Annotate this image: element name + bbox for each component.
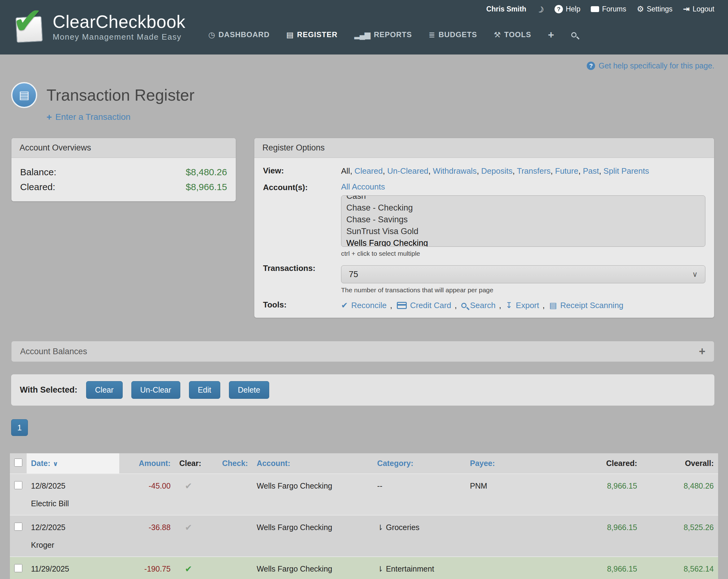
txn-account: Wells Fargo Checking bbox=[252, 515, 373, 540]
dark-mode-toggle[interactable]: ☾ bbox=[537, 4, 544, 14]
view-label: View: bbox=[263, 165, 341, 175]
chevron-down-icon: ∨ bbox=[692, 270, 698, 279]
page-1-button[interactable]: 1 bbox=[11, 419, 28, 436]
transaction-row[interactable]: 11/29/2025 -190.75 ✔ Wells Fargo Checkin… bbox=[10, 557, 718, 579]
bulk-action-button[interactable]: Delete bbox=[229, 381, 269, 399]
txn-category: ⇂-- bbox=[373, 474, 466, 498]
tool-link[interactable]: Receipt Scanning bbox=[549, 301, 623, 310]
clear-check-icon: ✔ bbox=[185, 564, 192, 574]
nav-item-label: TOOLS bbox=[504, 30, 531, 39]
transaction-row[interactable]: 12/2/2025 -36.88 ✔ Wells Fargo Checking … bbox=[10, 515, 718, 540]
account-option[interactable]: Wells Fargo Checking bbox=[346, 237, 700, 247]
nav-item-label: REPORTS bbox=[374, 30, 412, 39]
multi-select-hint: ctrl + click to select multiple bbox=[341, 250, 705, 257]
accounts-label: Account(s): bbox=[263, 182, 341, 192]
row-checkbox[interactable] bbox=[14, 523, 22, 531]
account-balances-bar[interactable]: Account Balances + bbox=[11, 341, 714, 362]
tool-label: Credit Card bbox=[410, 301, 451, 310]
brand-name: ClearCheckbook bbox=[53, 13, 185, 31]
account-option[interactable]: Cash bbox=[346, 195, 700, 202]
sort-amount-header[interactable]: Amount: bbox=[119, 453, 175, 474]
txn-payee: PNM bbox=[466, 474, 568, 498]
help-link[interactable]: ? Help bbox=[554, 5, 580, 13]
transactions-per-page-select[interactable]: 75 ∨ bbox=[341, 265, 705, 283]
transactions-label: Transactions: bbox=[263, 263, 341, 273]
jar-icon: ⇂ bbox=[377, 523, 384, 532]
clear-check-icon: ✔ bbox=[185, 481, 192, 491]
forums-link[interactable]: Forums bbox=[591, 5, 626, 13]
txn-account: Wells Fargo Checking bbox=[252, 557, 373, 579]
view-filter-link[interactable]: Split Parents bbox=[603, 166, 649, 175]
sort-date-header[interactable]: Date:∨ bbox=[27, 453, 119, 474]
view-filter-link[interactable]: Cleared bbox=[355, 166, 387, 175]
view-filter-link[interactable]: All bbox=[341, 166, 355, 175]
view-filter-link[interactable]: Withdrawals bbox=[433, 166, 481, 175]
nav-item-label: REGISTER bbox=[297, 30, 338, 39]
account-option[interactable]: SunTrust Visa Gold bbox=[346, 225, 700, 237]
bulk-action-button[interactable]: Clear bbox=[86, 381, 123, 399]
transaction-row[interactable]: 12/8/2025 -45.00 ✔ Wells Fargo Checking … bbox=[10, 474, 718, 498]
bulk-action-button[interactable]: Edit bbox=[189, 381, 220, 399]
view-filter-link[interactable]: Transfers bbox=[517, 166, 555, 175]
account-option[interactable]: Chase - Checking bbox=[346, 202, 700, 214]
settings-link[interactable]: ⚙ Settings bbox=[636, 4, 672, 14]
logout-link[interactable]: ⇥ Logout bbox=[683, 4, 714, 14]
view-filter-link[interactable]: Deposits bbox=[481, 166, 517, 175]
transactions-hint: The number of transactions that will app… bbox=[341, 286, 705, 294]
utility-nav: Chris Smith ☾ ? Help Forums ⚙ Settings ⇥… bbox=[486, 4, 714, 14]
tool-link[interactable]: Export bbox=[505, 301, 549, 310]
nav-item-label: BUDGETS bbox=[439, 30, 477, 39]
nav-item[interactable]: ⚒ TOOLS bbox=[494, 30, 531, 39]
txn-clear-cell[interactable]: ✔ bbox=[175, 515, 209, 540]
tool-link[interactable]: Search bbox=[461, 301, 505, 310]
txn-account: Wells Fargo Checking bbox=[252, 474, 373, 498]
nav-item[interactable]: ◷ DASHBOARD bbox=[208, 30, 269, 39]
nav-item[interactable]: ≣ BUDGETS bbox=[429, 30, 477, 39]
nav-item[interactable]: ▂▄▆ REPORTS bbox=[355, 30, 412, 39]
txn-clear-cell[interactable]: ✔ bbox=[175, 557, 209, 579]
txn-description: Electric Bill bbox=[27, 498, 718, 515]
view-filter-link[interactable]: Future bbox=[555, 166, 583, 175]
search-button[interactable] bbox=[571, 32, 576, 37]
account-overviews-title: Account Overviews bbox=[11, 138, 236, 158]
enter-transaction-link[interactable]: + Enter a Transaction bbox=[47, 112, 130, 122]
page-title: Transaction Register bbox=[47, 86, 194, 104]
view-filter-link[interactable]: Past bbox=[583, 166, 603, 175]
tool-link[interactable]: Credit Card bbox=[397, 301, 462, 310]
select-all-checkbox[interactable] bbox=[14, 459, 22, 467]
quick-add-button[interactable]: + bbox=[548, 29, 554, 41]
account-listbox[interactable]: Cash Chase - Checking Chase - Savings Su… bbox=[341, 195, 705, 247]
txn-clear-cell[interactable]: ✔ bbox=[175, 474, 209, 498]
nav-item-icon: ≣ bbox=[429, 30, 435, 39]
view-filter-link[interactable]: Un-Cleared bbox=[387, 166, 433, 175]
row-checkbox[interactable] bbox=[14, 481, 22, 489]
tool-link[interactable]: Reconcile bbox=[341, 301, 397, 310]
logout-label: Logout bbox=[693, 5, 714, 13]
cleared-label: Cleared: bbox=[20, 182, 55, 192]
account-option[interactable]: Chase - Savings bbox=[346, 214, 700, 225]
sort-category-header[interactable]: Category: bbox=[373, 453, 466, 474]
expand-plus-icon[interactable]: + bbox=[699, 345, 705, 358]
tools-label: Tools: bbox=[263, 299, 341, 310]
brand-logo[interactable]: ✔ ClearCheckbook Money Management Made E… bbox=[14, 10, 185, 45]
txn-overall-balance: 8,480.26 bbox=[642, 474, 718, 498]
sort-payee-header[interactable]: Payee: bbox=[466, 453, 568, 474]
sort-check-header[interactable]: Check: bbox=[209, 453, 253, 474]
cleared-header: Cleared: bbox=[568, 453, 642, 474]
row-checkbox[interactable] bbox=[14, 564, 22, 572]
bulk-action-button[interactable]: Un-Clear bbox=[131, 381, 180, 399]
all-accounts-link[interactable]: All Accounts bbox=[341, 182, 385, 191]
nav-item-label: DASHBOARD bbox=[218, 30, 269, 39]
page-help-link[interactable]: Get help specifically for this page. bbox=[599, 61, 714, 70]
nav-item-icon: ▂▄▆ bbox=[355, 30, 370, 39]
txn-check-number bbox=[209, 474, 253, 498]
transaction-description-row: Kroger bbox=[10, 540, 718, 557]
nav-item[interactable]: ▤ REGISTER bbox=[286, 30, 337, 39]
help-label: Help bbox=[566, 5, 580, 13]
txn-amount: -45.00 bbox=[119, 474, 175, 498]
tool-label: Reconcile bbox=[351, 301, 387, 310]
user-menu[interactable]: Chris Smith bbox=[486, 5, 526, 13]
sort-account-header[interactable]: Account: bbox=[252, 453, 373, 474]
select-all-cell bbox=[10, 453, 27, 474]
row-select-cell bbox=[10, 515, 27, 540]
